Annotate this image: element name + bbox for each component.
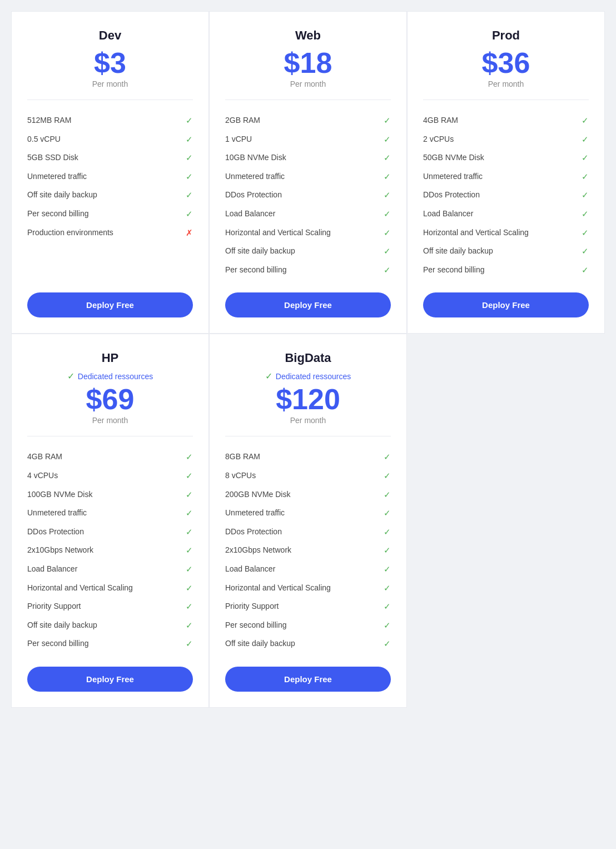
empty-card (407, 334, 605, 708)
feature-item: 10GB NVMe Disk✓ (225, 148, 391, 167)
feature-item: 0.5 vCPU✓ (27, 130, 193, 149)
feature-name: 1 vCPU (225, 134, 384, 145)
feature-name: Per second billing (225, 620, 384, 631)
check-icon: ✓ (384, 116, 391, 126)
pricing-card-bigdata: BigData✓Dedicated ressources$120Per mont… (209, 334, 407, 708)
feature-name: Unmetered traffic (27, 508, 186, 519)
check-icon: ✓ (186, 190, 193, 200)
feature-name: 100GB NVMe Disk (27, 489, 186, 500)
deploy-button[interactable]: Deploy Free (225, 667, 391, 692)
feature-name: Load Balancer (225, 208, 384, 220)
feature-name: Off site daily backup (27, 620, 186, 631)
feature-name: Per second billing (423, 265, 582, 276)
feature-item: 2 vCPUs✓ (423, 130, 589, 149)
feature-item: 50GB NVMe Disk✓ (423, 148, 589, 167)
pricing-card-prod: Prod$36Per month4GB RAM✓2 vCPUs✓50GB NVM… (407, 11, 605, 334)
plan-price: $3 (27, 48, 193, 77)
check-icon: ✓ (186, 602, 193, 612)
check-icon: ✓ (582, 246, 589, 256)
feature-item: 200GB NVMe Disk✓ (225, 485, 391, 504)
divider (423, 100, 589, 100)
check-icon: ✓ (186, 583, 193, 593)
feature-name: 8 vCPUs (225, 470, 384, 481)
feature-item: Horizontal and Vertical Scaling✓ (225, 579, 391, 598)
feature-item: Off site daily backup✓ (27, 186, 193, 205)
feature-item: Unmetered traffic✓ (225, 167, 391, 186)
plan-name: Dev (27, 28, 193, 43)
feature-item: 4 vCPUs✓ (27, 466, 193, 485)
feature-name: DDos Protection (225, 527, 384, 538)
divider (27, 436, 193, 436)
feature-name: Unmetered traffic (225, 171, 384, 182)
check-icon: ✓ (186, 116, 193, 126)
divider (225, 100, 391, 100)
feature-name: Priority Support (225, 601, 384, 612)
divider (225, 436, 391, 436)
deploy-button[interactable]: Deploy Free (225, 292, 391, 317)
feature-name: Unmetered traffic (423, 171, 582, 182)
feature-item: Unmetered traffic✓ (27, 167, 193, 186)
pricing-row-1: Dev$3Per month512MB RAM✓0.5 vCPU✓5GB SSD… (11, 11, 605, 334)
check-icon: ✓ (384, 508, 391, 518)
feature-name: 50GB NVMe Disk (423, 152, 582, 163)
check-icon: ✓ (582, 265, 589, 275)
plan-name: HP (27, 351, 193, 365)
pricing-card-hp: HP✓Dedicated ressources$69Per month4GB R… (11, 334, 209, 708)
feature-name: 200GB NVMe Disk (225, 489, 384, 500)
plan-price: $18 (225, 48, 391, 77)
feature-name: 2GB RAM (225, 115, 384, 126)
feature-name: Horizontal and Vertical Scaling (423, 227, 582, 239)
check-icon: ✓ (186, 564, 193, 574)
deploy-button[interactable]: Deploy Free (27, 667, 193, 692)
feature-name: Unmetered traffic (225, 508, 384, 519)
feature-item: 100GB NVMe Disk✓ (27, 485, 193, 504)
check-icon: ✓ (384, 471, 391, 481)
feature-item: Per second billing✓ (423, 261, 589, 280)
feature-name: 2x10Gbps Network (27, 545, 186, 556)
feature-item: Horizontal and Vertical Scaling✓ (27, 579, 193, 598)
feature-item: 4GB RAM✓ (423, 111, 589, 130)
feature-name: 4GB RAM (423, 115, 582, 126)
feature-item: Production environments✗ (27, 224, 193, 242)
plan-name: BigData (225, 351, 391, 365)
check-icon: ✓ (186, 153, 193, 163)
check-icon: ✓ (582, 172, 589, 182)
feature-name: Off site daily backup (225, 638, 384, 649)
deploy-button[interactable]: Deploy Free (27, 292, 193, 317)
dedicated-check-icon: ✓ (265, 371, 272, 381)
features-list: 4GB RAM✓4 vCPUs✓100GB NVMe Disk✓Unmetere… (27, 448, 193, 653)
feature-item: Priority Support✓ (225, 597, 391, 616)
check-icon: ✓ (582, 135, 589, 145)
feature-name: Load Balancer (225, 564, 384, 575)
feature-item: Per second billing✓ (27, 205, 193, 224)
feature-name: 5GB SSD Disk (27, 152, 186, 163)
check-icon: ✓ (384, 602, 391, 612)
check-icon: ✓ (186, 527, 193, 537)
divider (27, 100, 193, 100)
feature-item: Horizontal and Vertical Scaling✓ (423, 224, 589, 242)
feature-item: Unmetered traffic✓ (423, 167, 589, 186)
feature-item: Per second billing✓ (27, 634, 193, 653)
feature-name: Load Balancer (27, 564, 186, 575)
feature-item: Priority Support✓ (27, 597, 193, 616)
check-icon: ✓ (384, 228, 391, 238)
feature-item: 2x10Gbps Network✓ (27, 541, 193, 560)
features-list: 4GB RAM✓2 vCPUs✓50GB NVMe Disk✓Unmetered… (423, 111, 589, 279)
check-icon: ✓ (384, 209, 391, 219)
feature-item: 512MB RAM✓ (27, 111, 193, 130)
feature-item: DDos Protection✓ (225, 186, 391, 205)
feature-name: Unmetered traffic (27, 171, 186, 182)
feature-name: 4 vCPUs (27, 470, 186, 481)
pricing-row-2: HP✓Dedicated ressources$69Per month4GB R… (11, 334, 605, 708)
check-icon: ✓ (582, 116, 589, 126)
dedicated-badge: ✓Dedicated ressources (225, 371, 391, 381)
dedicated-check-icon: ✓ (67, 371, 74, 381)
check-icon: ✓ (384, 583, 391, 593)
check-icon: ✓ (384, 639, 391, 649)
deploy-button[interactable]: Deploy Free (423, 292, 589, 317)
feature-name: 4GB RAM (27, 451, 186, 463)
check-icon: ✓ (384, 620, 391, 630)
features-list: 512MB RAM✓0.5 vCPU✓5GB SSD Disk✓Unmetere… (27, 111, 193, 279)
feature-item: 1 vCPU✓ (225, 130, 391, 149)
plan-price: $36 (423, 48, 589, 77)
